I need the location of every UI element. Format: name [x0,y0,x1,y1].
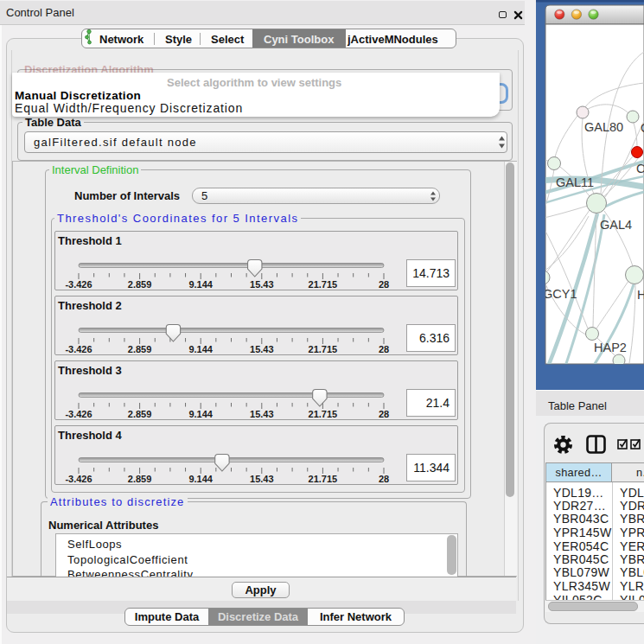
svg-text:GAL11: GAL11 [556,175,594,189]
svg-text:GAL4: GAL4 [600,218,632,232]
svg-text:21.715: 21.715 [309,409,338,419]
svg-text:HI: HI [637,288,644,302]
svg-text:2.859: 2.859 [128,409,152,419]
svg-text:2.859: 2.859 [128,474,152,484]
svg-text:15.43: 15.43 [250,344,274,354]
svg-text:2.859: 2.859 [128,279,152,290]
svg-text:2.859: 2.859 [128,344,152,354]
svg-text:GAL80: GAL80 [584,120,623,134]
svg-text:21.715: 21.715 [309,474,338,484]
svg-text:HAP2: HAP2 [594,341,627,354]
svg-text:-3.426: -3.426 [65,344,92,354]
svg-text:15.43: 15.43 [250,409,274,419]
svg-text:C: C [636,162,644,175]
svg-text:28: 28 [379,279,389,290]
svg-text:-3.426: -3.426 [65,474,92,484]
svg-text:9.144: 9.144 [188,409,213,419]
svg-text:GCY1: GCY1 [543,287,577,301]
svg-text:-3.426: -3.426 [65,409,92,419]
svg-text:28: 28 [379,474,389,484]
svg-text:9.144: 9.144 [188,344,213,354]
svg-text:15.43: 15.43 [250,279,274,290]
svg-text:28: 28 [379,344,389,354]
svg-text:9.144: 9.144 [188,474,213,484]
svg-text:GA: GA [641,121,644,135]
svg-text:15.43: 15.43 [250,474,274,484]
svg-text:-3.426: -3.426 [65,279,92,290]
svg-text:21.715: 21.715 [309,344,338,354]
svg-text:9.144: 9.144 [188,279,213,290]
svg-text:21.715: 21.715 [309,279,338,290]
svg-text:28: 28 [379,409,389,419]
